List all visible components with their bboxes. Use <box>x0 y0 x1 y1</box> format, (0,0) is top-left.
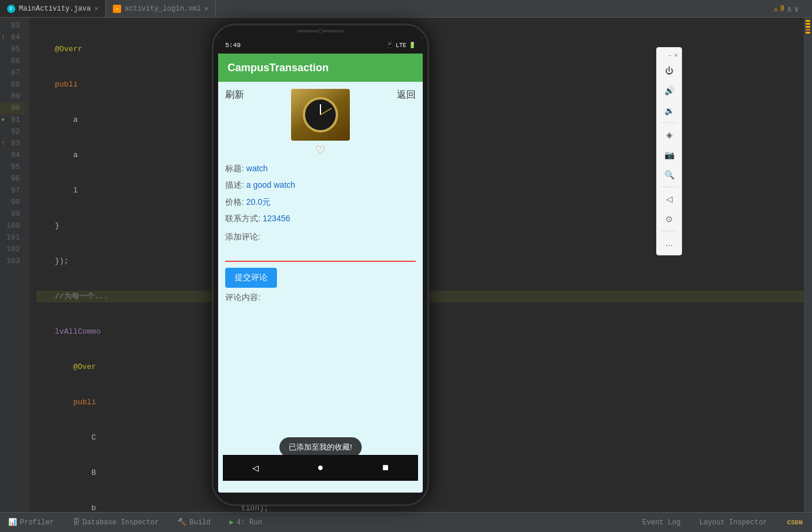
contact-label: 联系方式: <box>225 214 260 223</box>
title-row: 标题: watch <box>225 162 416 175</box>
contact-row: 联系方式: 123456 <box>225 212 416 225</box>
java-icon: C <box>7 5 15 13</box>
add-comment-label: 添加评论: <box>225 232 260 241</box>
emulator-minimize-button[interactable]: – <box>668 52 672 59</box>
phone-battery-icon: 🔋 <box>409 42 416 49</box>
line-99: 99 <box>0 208 25 220</box>
nav-back-button[interactable]: ◁ <box>248 457 263 479</box>
event-log-label: Event Log <box>643 518 681 527</box>
line-98: 98 <box>0 197 25 208</box>
warning-mark-1 <box>806 20 810 22</box>
build-label: Build <box>189 518 210 527</box>
tab-main-activity[interactable]: C MainActivity.java ✕ <box>0 0 106 17</box>
refresh-button[interactable]: 刷新 <box>225 89 244 101</box>
line-94: 94 <box>0 149 25 161</box>
emulator-separator-2 <box>661 187 677 187</box>
xml-icon: ✦ <box>113 5 121 13</box>
warning-indicator[interactable]: ⚠ 8 ∧ ∨ <box>774 0 804 18</box>
phone-sim-icon: 📱 <box>386 42 393 49</box>
emulator-vol-up-button[interactable]: 🔊 <box>660 81 679 100</box>
desc-row: 描述: a good watch <box>225 178 416 191</box>
tab-activity-login-label: activity_login.xml <box>125 5 201 13</box>
warning-up-arrow[interactable]: ∧ <box>787 4 791 14</box>
warning-icon: ⚠ <box>774 5 778 14</box>
tab-main-activity-close[interactable]: ✕ <box>94 5 98 12</box>
line-88: 88 <box>0 79 25 91</box>
toast-message: 已添加至我的收藏! <box>279 437 362 457</box>
nav-home-button[interactable]: ● <box>313 457 329 478</box>
emulator-zoom-button[interactable]: 🔍 <box>660 165 679 184</box>
product-area: ♡ <box>291 89 350 157</box>
phone-screen: 5:49 📱 LTE 🔋 CampusTransaction 刷新 <box>218 37 423 493</box>
line-90: 90 <box>0 102 25 114</box>
phone-vol-down-button[interactable] <box>212 108 213 125</box>
phone-vol-up-button[interactable] <box>212 84 213 102</box>
emulator-frame: – ✕ ⏻ 🔊 🔉 ◈ 📷 🔍 ◁ ⊙ … 5:49 📱 LTE 🔋 <box>212 24 447 512</box>
back-button[interactable]: 返回 <box>397 89 416 101</box>
phone-status-icons: 📱 LTE 🔋 <box>386 42 416 49</box>
emulator-rotate-button[interactable]: ◈ <box>660 125 679 144</box>
desc-label: 描述: <box>225 180 244 189</box>
tab-activity-login-close[interactable]: ✕ <box>205 5 209 12</box>
line-86: 86 <box>0 55 25 67</box>
emulator-title-bar: – ✕ <box>659 50 679 60</box>
profiler-label: Profiler <box>20 518 54 527</box>
price-value: 20.0元 <box>246 197 270 207</box>
emulator-vol-down-button[interactable]: 🔉 <box>660 101 679 120</box>
status-bar: 📊 Profiler 🗄 Database Inspector 🔨 Build … <box>0 512 812 532</box>
app-content: 刷新 ♡ 返回 <box>218 82 423 310</box>
favorite-button[interactable]: ♡ <box>315 143 326 157</box>
line-97: 97 <box>0 185 25 197</box>
run-button[interactable]: ▶ 4: Run <box>226 516 265 529</box>
tab-main-activity-label: MainActivity.java <box>19 5 91 13</box>
watch-hand-minute <box>320 108 332 115</box>
comment-input[interactable] <box>225 247 416 262</box>
line-92: 92 <box>0 126 25 138</box>
emulator-home-nav-button[interactable]: ⊙ <box>660 210 679 228</box>
line-95: 95 <box>0 161 25 173</box>
emulator-close-button[interactable]: ✕ <box>674 51 678 59</box>
profiler-button[interactable]: 📊 Profiler <box>5 516 58 529</box>
watch-face <box>303 97 338 132</box>
layout-inspector-button[interactable]: Layout Inspector <box>696 516 770 529</box>
product-image <box>291 89 350 141</box>
comment-content-row: 评论内容: <box>225 292 416 303</box>
line-91: ● 91 <box>0 114 25 126</box>
add-comment-label-row: 添加评论: <box>225 230 416 243</box>
event-log-button[interactable]: Event Log <box>639 516 684 529</box>
line-89: 89 <box>0 91 25 102</box>
price-label: 价格: <box>225 197 244 207</box>
nav-recents-button[interactable]: ■ <box>377 457 393 478</box>
line-93: ↑ 93 <box>0 138 25 149</box>
submit-comment-button[interactable]: 提交评论 <box>225 268 277 288</box>
emulator-separator-1 <box>661 122 677 123</box>
desc-value: a good watch <box>246 180 295 189</box>
emulator-power-button[interactable]: ⏻ <box>660 61 679 80</box>
build-icon: 🔨 <box>178 518 186 527</box>
emulator-back-nav-button[interactable]: ◁ <box>660 189 679 208</box>
warning-down-arrow[interactable]: ∨ <box>794 4 799 14</box>
layout-inspector-label: Layout Inspector <box>699 518 767 527</box>
emulator-more-button[interactable]: … <box>660 234 679 252</box>
right-margin-strip <box>804 18 812 512</box>
line-83: 83 <box>0 20 25 32</box>
line-103: 103 <box>0 255 25 267</box>
run-label: 4: Run <box>236 518 262 527</box>
warning-count: 8 <box>780 5 784 13</box>
emulator-separator-3 <box>661 231 677 231</box>
title-label: 标题: <box>225 164 244 173</box>
contact-value: 123456 <box>263 214 290 223</box>
db-inspector-button[interactable]: 🗄 Database Inspector <box>69 516 163 529</box>
line-numbers: 83 ↑ 84 85 86 87 88 89 90 ● 91 92 ↑ 93 9… <box>0 18 29 512</box>
line-100: 100 <box>0 220 25 232</box>
tab-bar: C MainActivity.java ✕ ✦ activity_login.x… <box>0 0 812 18</box>
phone-signal-label: LTE <box>396 42 406 49</box>
emulator-screenshot-button[interactable]: 📷 <box>660 145 679 164</box>
tab-activity-login[interactable]: ✦ activity_login.xml ✕ <box>106 0 216 17</box>
build-button[interactable]: 🔨 Build <box>174 516 214 529</box>
app-title: CampusTransaction <box>228 62 329 74</box>
watch-hand-hour <box>320 104 321 115</box>
phone-power-button[interactable] <box>427 96 429 119</box>
line-84: ↑ 84 <box>0 32 25 44</box>
warning-mark-2 <box>806 23 810 25</box>
